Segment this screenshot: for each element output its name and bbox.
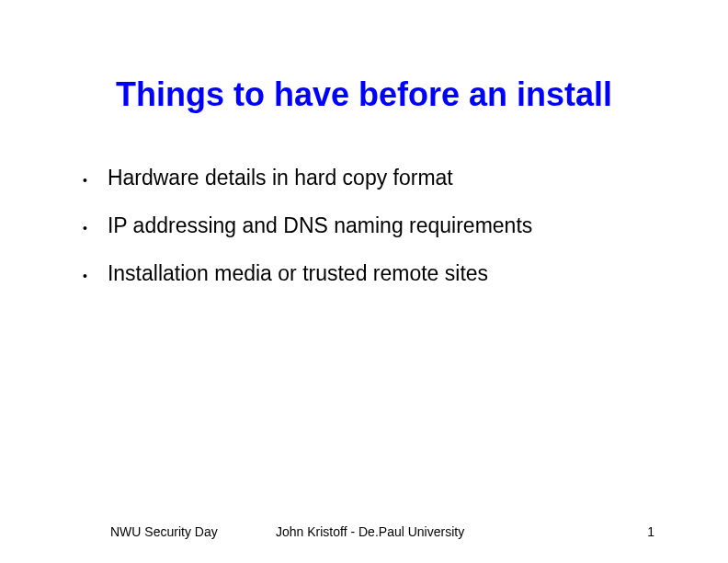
- bullet-text: IP addressing and DNS naming requirement…: [108, 213, 532, 240]
- footer-center: John Kristoff - De.Paul University: [276, 524, 464, 539]
- bullet-text: Hardware details in hard copy format: [108, 165, 453, 192]
- list-item: • Hardware details in hard copy format: [83, 165, 673, 192]
- bullet-icon: •: [83, 170, 87, 191]
- bullet-list: • Hardware details in hard copy format •…: [0, 165, 728, 288]
- page-number: 1: [647, 524, 654, 539]
- slide: Things to have before an install • Hardw…: [0, 0, 728, 563]
- list-item: • Installation media or trusted remote s…: [83, 260, 673, 288]
- bullet-icon: •: [83, 218, 87, 239]
- footer-left: NWU Security Day: [110, 524, 218, 539]
- list-item: • IP addressing and DNS naming requireme…: [83, 213, 673, 240]
- bullet-icon: •: [83, 266, 87, 287]
- bullet-text: Installation media or trusted remote sit…: [108, 260, 488, 288]
- slide-title: Things to have before an install: [0, 0, 728, 114]
